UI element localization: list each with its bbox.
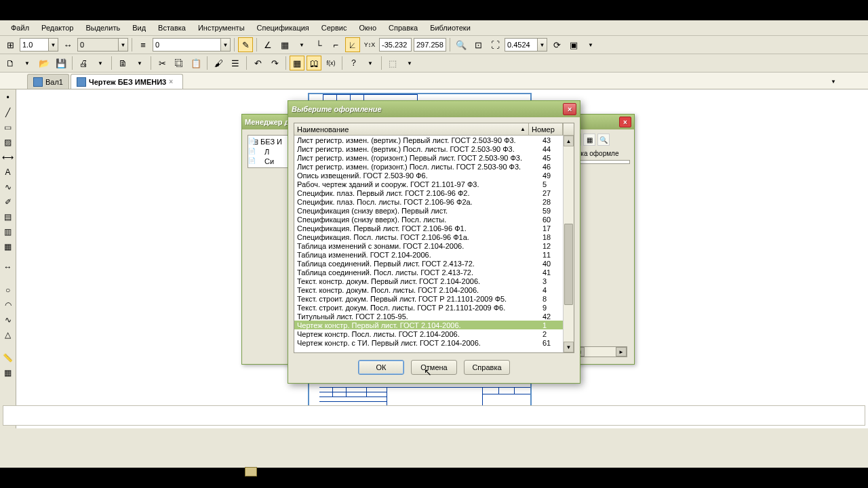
move-tool-icon[interactable]: ↔ bbox=[1, 260, 15, 274]
spline-tool-icon[interactable]: ∿ bbox=[1, 313, 15, 327]
side-icon-3[interactable]: 🔍 bbox=[597, 134, 610, 146]
close-icon[interactable]: × bbox=[619, 117, 631, 127]
doc2-tool-icon[interactable]: ▥ bbox=[1, 225, 15, 239]
tree-root[interactable]: ⊟ БЕЗ И bbox=[250, 137, 286, 147]
list-body[interactable]: Лист регистр. измен. (вертик.) Первый ли… bbox=[294, 136, 574, 352]
list-row[interactable]: Таблица изменений. ГОСТ 2.104-2006.11 bbox=[294, 250, 574, 259]
save-icon[interactable]: 💾 bbox=[54, 56, 68, 70]
list-row[interactable]: Спецификация. Первый лист. ГОСТ 2.106-96… bbox=[294, 224, 574, 232]
list-row[interactable]: Специфик. плаз. Посл. листы. ГОСТ 2.106-… bbox=[294, 197, 574, 206]
tabs-overflow-icon[interactable]: ▼ bbox=[826, 74, 841, 89]
local-cs-icon[interactable]: ⟀ bbox=[345, 37, 360, 52]
list-row[interactable]: Лист регистр. измен. (горизонт.) Посл. л… bbox=[294, 162, 574, 171]
copy-icon[interactable]: ⿻ bbox=[172, 56, 186, 70]
print-dropdown-icon[interactable]: ▼ bbox=[93, 56, 108, 70]
menu-window[interactable]: Окно bbox=[353, 22, 382, 34]
list-row[interactable]: Специфик. плаз. Первый лист. ГОСТ 2.106-… bbox=[294, 188, 574, 197]
tree-panel[interactable]: ⊟ БЕЗ И Л Си bbox=[248, 135, 288, 168]
redo-icon[interactable]: ↷ bbox=[267, 56, 282, 70]
manager-hscroll[interactable]: ◄ ► bbox=[573, 346, 627, 357]
scroll-thumb[interactable] bbox=[564, 224, 573, 305]
scroll-down-icon[interactable]: ▼ bbox=[564, 342, 574, 352]
list-row[interactable]: Лист регистр. измен. (вертик.) Первый ли… bbox=[294, 136, 574, 144]
new-icon[interactable]: 🗋 bbox=[3, 56, 18, 70]
list-row[interactable]: Чертеж констр. Посл. листы. ГОСТ 2.104-2… bbox=[294, 329, 574, 338]
menu-view[interactable]: Вид bbox=[127, 22, 151, 34]
list-row[interactable]: Опись извещений. ГОСТ 2.503-90 Ф6.49 bbox=[294, 171, 574, 180]
format-titlebar[interactable]: Выберите оформление × bbox=[288, 101, 580, 117]
zoom-dropdown-icon[interactable]: ▼ bbox=[537, 38, 547, 52]
arc-tool-icon[interactable]: ◠ bbox=[1, 298, 15, 312]
properties-icon[interactable]: ☰ bbox=[228, 56, 243, 70]
corner-icon[interactable]: ⌐ bbox=[328, 37, 343, 52]
open-icon[interactable]: 📂 bbox=[37, 56, 52, 70]
yx-icon[interactable]: Y↕X bbox=[362, 37, 377, 52]
zoom-in-icon[interactable]: 🔍 bbox=[454, 37, 469, 52]
menu-select[interactable]: Выделить bbox=[80, 22, 125, 34]
side-icon-2[interactable]: ▦ bbox=[583, 134, 595, 146]
menu-spec[interactable]: Спецификация bbox=[252, 22, 315, 34]
scale-combo[interactable]: ▼ bbox=[20, 38, 58, 52]
help-button[interactable]: Справка bbox=[464, 360, 510, 375]
edit-tool-icon[interactable]: ✐ bbox=[1, 195, 15, 209]
layer-dropdown-icon[interactable]: ▼ bbox=[220, 38, 231, 52]
list-row[interactable]: Таблица соединений. Первый лист. ГОСТ 2.… bbox=[294, 259, 574, 268]
menu-help[interactable]: Справка bbox=[383, 22, 423, 34]
tree-item[interactable]: Л bbox=[250, 147, 286, 157]
library-dropdown-icon[interactable]: ▼ bbox=[402, 56, 417, 70]
tree-icon[interactable]: 🕮 bbox=[307, 56, 321, 70]
ok-button[interactable]: ОК bbox=[358, 360, 404, 375]
doc3-tool-icon[interactable]: ▦ bbox=[1, 240, 15, 253]
col-name-header[interactable]: Наименование▲ bbox=[294, 123, 529, 135]
menu-libraries[interactable]: Библиотеки bbox=[425, 22, 476, 34]
new-dropdown-icon[interactable]: ▼ bbox=[20, 56, 35, 70]
list-row[interactable]: Таблица соединений. Посл. листы. ГОСТ 2.… bbox=[294, 268, 574, 277]
close-icon[interactable]: × bbox=[563, 103, 576, 115]
layer-input[interactable] bbox=[153, 38, 220, 52]
tab-val1[interactable]: Вал1 bbox=[27, 74, 69, 89]
num-input[interactable] bbox=[77, 38, 118, 52]
zoom-combo[interactable]: ▼ bbox=[505, 38, 547, 52]
end-dropdown-icon[interactable]: ▼ bbox=[583, 37, 598, 52]
paste-icon[interactable]: 📋 bbox=[189, 56, 203, 70]
list-row[interactable]: Текст. констр. докум. Первый лист. ГОСТ … bbox=[294, 277, 574, 285]
layers-icon[interactable]: ≡ bbox=[136, 37, 151, 52]
menu-editor[interactable]: Редактор bbox=[36, 22, 79, 34]
list-row[interactable]: Лист регистр. измен. (горизонт.) Первый … bbox=[294, 153, 574, 162]
list-row[interactable]: Лист регистр. измен. (вертик.) Посл. лис… bbox=[294, 144, 574, 153]
undo-icon[interactable]: ↶ bbox=[250, 56, 265, 70]
list-row[interactable]: Текст. строит. докум. Посл. листы. ГОСТ … bbox=[294, 303, 574, 312]
triangle-tool-icon[interactable]: △ bbox=[1, 328, 15, 342]
doc1-tool-icon[interactable]: ▤ bbox=[1, 210, 15, 224]
coord-x-input[interactable] bbox=[379, 38, 412, 52]
menu-file[interactable]: Файл bbox=[5, 22, 35, 34]
hatch-tool-icon[interactable]: ▨ bbox=[1, 136, 15, 149]
ruler-tool-icon[interactable]: 📏 bbox=[1, 351, 15, 365]
tab-drawing-noname3[interactable]: Чертеж БЕЗ ИМЕНИ3 × bbox=[71, 74, 183, 89]
preview-dropdown-icon[interactable]: ▼ bbox=[132, 56, 147, 70]
scale-dropdown-icon[interactable]: ▼ bbox=[48, 38, 58, 52]
grid-icon[interactable]: ▦ bbox=[277, 37, 292, 52]
angle-icon[interactable]: ∠ bbox=[260, 37, 275, 52]
list-row[interactable]: Спецификация (снизу вверх). Посл. листы.… bbox=[294, 215, 574, 224]
step-icon[interactable]: ↔ bbox=[60, 37, 75, 52]
tree-item[interactable]: Си bbox=[250, 157, 286, 166]
col-number-header[interactable]: Номер bbox=[529, 123, 563, 135]
dimension-tool-icon[interactable]: ⟷ bbox=[1, 150, 15, 164]
scroll-up-icon[interactable]: ▲ bbox=[564, 136, 574, 146]
scale-input[interactable] bbox=[20, 38, 48, 52]
help-icon[interactable]: ？ bbox=[346, 56, 361, 70]
fx-icon[interactable]: f(x) bbox=[323, 56, 338, 70]
list-row[interactable]: Текст. строит. докум. Первый лист. ГОСТ … bbox=[294, 294, 574, 303]
list-row[interactable]: Спецификация. Посл. листы. ГОСТ 2.106-96… bbox=[294, 232, 574, 241]
redraw-icon[interactable]: ▣ bbox=[566, 37, 581, 52]
point-tool-icon[interactable]: • bbox=[1, 91, 15, 104]
menu-insert[interactable]: Вставка bbox=[153, 22, 191, 34]
menu-tools[interactable]: Инструменты bbox=[193, 22, 250, 34]
list-row[interactable]: Текст. констр. докум. Посл. листы. ГОСТ … bbox=[294, 285, 574, 294]
zoom-fit-icon[interactable]: ⛶ bbox=[488, 37, 502, 52]
list-row[interactable]: Спецификация (снизу вверх). Первый лист.… bbox=[294, 206, 574, 215]
cancel-button[interactable]: Отмена bbox=[411, 360, 457, 375]
snap-icon[interactable]: ⊞ bbox=[3, 37, 18, 52]
refresh-icon[interactable]: ⟳ bbox=[549, 37, 564, 52]
